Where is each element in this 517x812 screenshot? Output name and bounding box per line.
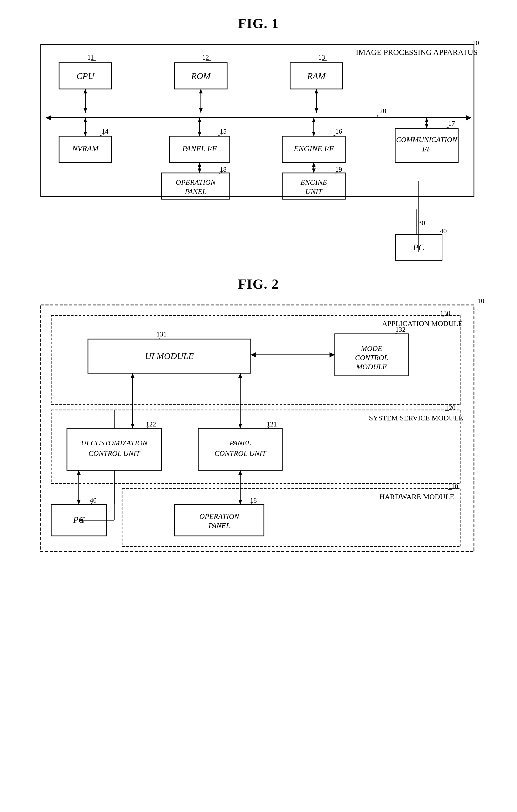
svg-marker-70 bbox=[131, 424, 134, 428]
ui-custom-label2: CONTROL UNIT bbox=[88, 449, 140, 458]
hw-module-label: HARDWARE MODULE bbox=[379, 493, 454, 501]
op-panel-label2: PANEL bbox=[185, 187, 207, 196]
cpu-label: CPU bbox=[76, 71, 95, 81]
svg-marker-23 bbox=[83, 132, 87, 136]
mode-ctrl-label1: MODE bbox=[360, 344, 382, 352]
op-panel-label1: OPERATION bbox=[176, 178, 216, 186]
app-module-label: APPLICATION MODULE bbox=[382, 319, 463, 327]
svg-marker-62 bbox=[329, 352, 335, 357]
svg-marker-39 bbox=[425, 118, 429, 122]
sys-module-label: SYSTEM SERVICE MODULE bbox=[369, 414, 463, 422]
ref13: 13 bbox=[318, 54, 325, 61]
ref18-hw: 18 bbox=[250, 497, 257, 504]
svg-marker-81 bbox=[238, 470, 242, 475]
svg-marker-8 bbox=[83, 89, 87, 93]
svg-marker-15 bbox=[315, 108, 318, 113]
panel-ctrl-label1: PANEL bbox=[229, 439, 251, 447]
svg-marker-38 bbox=[425, 124, 429, 128]
ref121: 121 bbox=[267, 420, 277, 428]
fig1-apparatus-label: IMAGE PROCESSING APPARATUS bbox=[356, 48, 478, 56]
svg-marker-44 bbox=[198, 163, 201, 167]
svg-marker-14 bbox=[315, 89, 318, 93]
svg-marker-29 bbox=[198, 118, 201, 122]
comm-if-label2: I/F bbox=[422, 145, 431, 153]
panel-ctrl-label2: CONTROL UNIT bbox=[214, 449, 267, 458]
svg-marker-61 bbox=[251, 352, 256, 357]
rom-label: ROM bbox=[191, 71, 211, 81]
svg-marker-48 bbox=[312, 169, 316, 173]
svg-marker-80 bbox=[238, 500, 242, 504]
fig1-pc-connection bbox=[394, 181, 446, 254]
svg-marker-9 bbox=[83, 108, 87, 113]
nvram-label: NVRAM bbox=[72, 144, 99, 153]
ref14: 14 bbox=[102, 127, 108, 135]
svg-marker-49 bbox=[312, 163, 316, 167]
engine-unit-label1: ENGINE bbox=[300, 178, 327, 186]
ref20: 20 bbox=[379, 107, 386, 115]
svg-marker-74 bbox=[238, 373, 242, 378]
svg-marker-43 bbox=[198, 169, 201, 173]
ref12: 12 bbox=[202, 54, 209, 61]
engine-if-label: ENGINE I/F bbox=[293, 144, 334, 153]
hw-op-panel-label2: PANEL bbox=[208, 521, 230, 530]
ref19: 19 bbox=[335, 166, 342, 173]
svg-marker-28 bbox=[198, 132, 201, 136]
ref16: 16 bbox=[335, 127, 342, 135]
engine-unit-label2: UNIT bbox=[305, 187, 323, 196]
ref131: 131 bbox=[156, 330, 166, 338]
mode-ctrl-label2: CONTROL bbox=[355, 353, 388, 361]
svg-marker-18 bbox=[466, 115, 471, 120]
svg-marker-33 bbox=[312, 132, 316, 136]
fig1-title: FIG. 1 bbox=[31, 16, 486, 31]
ref18: 18 bbox=[220, 166, 226, 173]
fig2-title: FIG. 2 bbox=[31, 277, 486, 292]
svg-marker-17 bbox=[46, 115, 51, 120]
panel-if-label: PANEL I/F bbox=[182, 144, 217, 153]
fig2-pc-ref: 40 bbox=[90, 497, 97, 504]
svg-marker-73 bbox=[238, 424, 242, 428]
ref122: 122 bbox=[146, 420, 156, 428]
svg-marker-11 bbox=[199, 89, 203, 93]
comm-if-label1: COMMUNICATION bbox=[396, 136, 457, 144]
fig2-diagram: APPLICATION MODULE 130 UI MODULE 131 MOD… bbox=[35, 300, 482, 557]
ui-module-label: UI MODULE bbox=[145, 351, 193, 361]
svg-line-55 bbox=[440, 316, 444, 316]
svg-marker-71 bbox=[131, 373, 134, 378]
svg-rect-0 bbox=[41, 45, 474, 197]
hw-op-panel-label1: OPERATION bbox=[199, 512, 240, 520]
ref15: 15 bbox=[220, 127, 226, 135]
ref11: 11 bbox=[87, 54, 94, 61]
fig2-ref10: 10 bbox=[478, 297, 485, 305]
page-container: FIG. 1 10 IMAGE PROCESSING APPARATUS CPU… bbox=[0, 0, 517, 574]
svg-line-19 bbox=[377, 114, 378, 118]
svg-marker-87 bbox=[77, 470, 81, 475]
ref17: 17 bbox=[448, 120, 455, 127]
svg-marker-24 bbox=[83, 118, 87, 122]
ref132: 132 bbox=[395, 326, 405, 333]
svg-marker-12 bbox=[199, 108, 203, 113]
fig1-ref10: 10 bbox=[472, 39, 479, 47]
ref130: 130 bbox=[440, 310, 450, 317]
svg-marker-34 bbox=[312, 118, 316, 122]
ui-custom-label1: UI CUSTOMIZATION bbox=[81, 439, 147, 447]
ref110: 110 bbox=[448, 483, 458, 490]
svg-marker-86 bbox=[77, 500, 81, 504]
mode-ctrl-label3: MODULE bbox=[356, 363, 387, 371]
ram-label: RAM bbox=[307, 71, 326, 81]
